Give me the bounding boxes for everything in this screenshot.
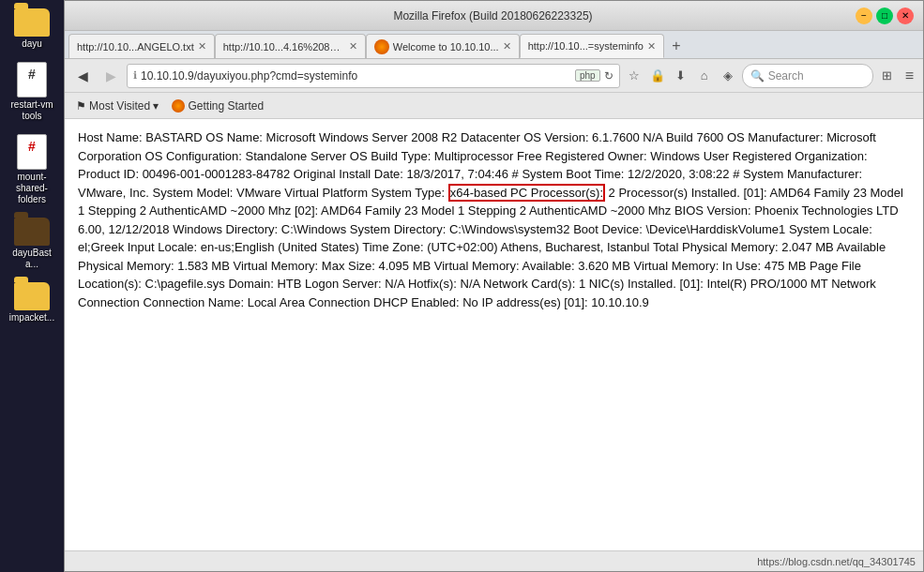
firefox-icon <box>374 39 389 54</box>
icon-dayu[interactable]: dayu <box>4 5 60 53</box>
status-url: https://blog.csdn.net/qq_34301745 <box>757 556 916 567</box>
minimize-button[interactable]: − <box>856 8 872 24</box>
icon-label-impacket: impacket... <box>9 312 54 324</box>
tab-2[interactable]: http://10.10...4.16%208081 ✕ <box>215 34 366 58</box>
back-button[interactable]: ◀ <box>70 64 95 88</box>
bookmark-getting-started-label: Getting Started <box>188 99 264 113</box>
file-icon-red <box>17 134 47 170</box>
address-text: 10.10.10.9/dayuxiyou.php?cmd=systeminfo <box>141 69 571 83</box>
icon-label-dayubasta: dayuBasta... <box>8 248 56 270</box>
title-bar: Mozilla Firefox (Build 20180626223325) −… <box>65 1 923 31</box>
file-icon <box>17 62 47 98</box>
lock-icon: ℹ <box>133 69 137 82</box>
desktop: dayu restart-vmtools mount-shared-folder… <box>0 0 924 572</box>
nav-bar: ◀ ▶ ℹ 10.10.10.9/dayuxiyou.php?cmd=syste… <box>65 59 923 93</box>
home-button[interactable]: ⌂ <box>694 66 715 86</box>
search-placeholder: Search <box>768 69 804 83</box>
pocket-button[interactable]: ◈ <box>718 66 738 86</box>
forward-button[interactable]: ▶ <box>98 64 123 88</box>
bookmarks-bar: ⚑ Most Visited ▾ Getting Started <box>65 93 923 119</box>
close-button[interactable]: ✕ <box>897 8 914 24</box>
icon-label-dayu: dayu <box>22 38 42 50</box>
browser-title: Mozilla Firefox (Build 20180626223325) <box>130 9 856 23</box>
bookmark-most-visited-label: Most Visited ▾ <box>89 99 159 113</box>
star-button[interactable]: ☆ <box>624 66 644 86</box>
tab-3-label: Welcome to 10.10.10... <box>393 41 499 53</box>
more-options[interactable]: ≡ <box>901 68 917 84</box>
content-after: 2 Processor(s) Installed. [01]: AMD64 Fa… <box>78 186 903 309</box>
highlighted-text: x64-based PC Processor(s): <box>448 184 605 202</box>
ff-bookmark-icon <box>172 99 185 113</box>
browser-window: Mozilla Firefox (Build 20180626223325) −… <box>64 0 924 572</box>
download-button[interactable]: ⬇ <box>671 66 691 86</box>
taskbar-left: dayu restart-vmtools mount-shared-folder… <box>0 0 64 572</box>
icon-mount-shared[interactable]: mount-shared-folders <box>4 130 60 209</box>
tab-3-close[interactable]: ✕ <box>503 40 511 53</box>
tab-1[interactable]: http://10.10...ANGELO.txt ✕ <box>68 34 215 58</box>
tab-3[interactable]: Welcome to 10.10.10... ✕ <box>366 34 520 58</box>
search-box[interactable]: 🔍 Search <box>742 64 873 88</box>
folder-dark-icon <box>14 218 50 246</box>
window-controls: − □ ✕ <box>856 8 914 24</box>
tab-1-close[interactable]: ✕ <box>198 40 206 53</box>
search-icon: 🔍 <box>750 69 765 83</box>
address-bar[interactable]: ℹ 10.10.10.9/dayuxiyou.php?cmd=systeminf… <box>127 64 620 88</box>
shield-button[interactable]: 🔒 <box>647 66 668 86</box>
page-content[interactable]: Host Name: BASTARD OS Name: Microsoft Wi… <box>65 119 923 550</box>
reload-icon[interactable]: ↻ <box>604 69 613 83</box>
bookmark-most-visited[interactable]: ⚑ Most Visited ▾ <box>72 98 162 114</box>
bookmark-icon: ⚑ <box>76 99 86 113</box>
maximize-button[interactable]: □ <box>876 8 893 24</box>
tab-4-label: http://10.10...=systeminfo <box>528 40 644 52</box>
tab-bar: http://10.10...ANGELO.txt ✕ http://10.10… <box>65 31 923 59</box>
tab-4-close[interactable]: ✕ <box>647 40 656 53</box>
tab-4[interactable]: http://10.10...=systeminfo ✕ <box>520 34 664 58</box>
php-badge: php <box>575 69 600 82</box>
icon-label-mount: mount-shared-folders <box>16 172 48 205</box>
new-tab-button[interactable]: + <box>664 34 689 58</box>
bookmark-getting-started[interactable]: Getting Started <box>168 98 267 114</box>
tab-2-close[interactable]: ✕ <box>349 40 357 53</box>
nav-icons: ☆ 🔒 ⬇ ⌂ ◈ <box>624 66 738 86</box>
tab-1-label: http://10.10...ANGELO.txt <box>77 41 194 53</box>
icon-dayubasta[interactable]: dayuBasta... <box>4 214 60 274</box>
status-bar: https://blog.csdn.net/qq_34301745 <box>65 550 923 571</box>
content-text: Host Name: BASTARD OS Name: Microsoft Wi… <box>78 128 910 311</box>
icon-restart-vm-tools[interactable]: restart-vmtools <box>4 58 60 126</box>
folder-icon-impacket <box>14 282 50 310</box>
sidebar-toggle[interactable]: ⊞ <box>877 66 898 86</box>
icon-label-restart: restart-vmtools <box>11 99 53 122</box>
tab-2-label: http://10.10...4.16%208081 <box>223 41 345 53</box>
folder-icon <box>14 8 50 37</box>
icon-impacket[interactable]: impacket... <box>4 278 60 327</box>
